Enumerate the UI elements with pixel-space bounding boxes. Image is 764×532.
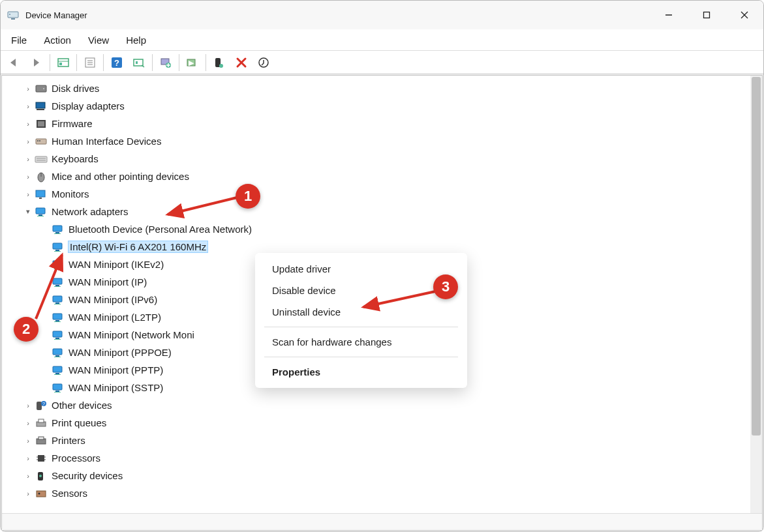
tree-category[interactable]: ▾Network adapters <box>2 203 762 220</box>
vertical-scrollbar[interactable] <box>750 76 762 513</box>
svg-rect-44 <box>53 226 62 231</box>
horizontal-scrollbar[interactable] <box>2 513 762 530</box>
enable-button[interactable] <box>208 53 230 72</box>
device-label: WAN Miniport (Network Moni <box>69 329 194 340</box>
tree-category[interactable]: ›Firmware <box>2 115 762 132</box>
maximize-button[interactable] <box>688 1 726 29</box>
chevron-right-icon[interactable]: › <box>23 120 33 128</box>
minimize-button[interactable] <box>650 1 688 29</box>
chevron-right-icon[interactable]: › <box>23 419 33 427</box>
scroll-thumb[interactable] <box>752 77 761 436</box>
chevron-right-icon[interactable]: › <box>23 402 33 409</box>
svg-point-2 <box>9 14 10 15</box>
tree-category[interactable]: ›Print queues <box>2 414 762 432</box>
svg-rect-73 <box>54 392 61 392</box>
tree-category[interactable]: ›?Other devices <box>2 396 762 414</box>
device-category-icon: ? <box>35 400 48 411</box>
window-controls <box>650 1 763 29</box>
chevron-right-icon[interactable]: › <box>23 173 33 181</box>
forward-button[interactable] <box>25 53 48 72</box>
svg-line-91 <box>36 255 62 319</box>
menu-help[interactable]: Help <box>118 32 154 48</box>
disable-button[interactable] <box>230 53 252 72</box>
tree-category[interactable]: ›Human Interface Devices <box>2 132 762 150</box>
svg-rect-33 <box>39 140 40 141</box>
svg-rect-28 <box>37 109 44 110</box>
chevron-right-icon[interactable]: › <box>23 490 33 497</box>
svg-rect-27 <box>36 102 45 108</box>
category-label: Other devices <box>52 400 112 411</box>
chevron-right-icon[interactable]: › <box>23 472 33 480</box>
tree-device[interactable]: Bluetooth Device (Personal Area Network) <box>2 220 762 238</box>
cm-update-driver[interactable]: Update driver <box>255 258 467 280</box>
svg-rect-34 <box>35 156 47 162</box>
cm-scan-hardware[interactable]: Scan for hardware changes <box>255 331 467 353</box>
device-category-icon <box>35 435 48 447</box>
svg-point-87 <box>39 475 42 477</box>
update-driver-button[interactable] <box>155 53 177 72</box>
show-hide-tree-button[interactable] <box>52 53 74 72</box>
menu-action[interactable]: Action <box>36 32 79 48</box>
chevron-down-icon[interactable]: ▾ <box>23 207 33 216</box>
svg-rect-40 <box>39 198 42 199</box>
tree-category[interactable]: ›Disk drives <box>2 80 762 97</box>
uninstall-button[interactable]: ▶ <box>181 53 204 72</box>
network-adapter-icon <box>52 329 65 341</box>
tree-category[interactable]: ›Monitors <box>2 185 762 203</box>
device-category-icon <box>35 206 48 218</box>
menubar: File Action View Help <box>1 29 763 51</box>
svg-rect-1 <box>11 18 15 20</box>
svg-rect-72 <box>55 391 59 392</box>
chevron-right-icon[interactable]: › <box>23 138 33 145</box>
menu-file[interactable]: File <box>3 32 35 48</box>
svg-rect-25 <box>36 85 46 92</box>
chevron-right-icon[interactable]: › <box>23 102 33 110</box>
svg-rect-66 <box>55 355 59 357</box>
titlebar[interactable]: Device Manager <box>1 1 763 29</box>
annotation-badge-3: 3 <box>433 274 458 299</box>
device-label: WAN Miniport (PPPOE) <box>69 347 172 358</box>
network-adapter-icon <box>52 224 65 235</box>
annotation-badge-1: 1 <box>236 184 260 209</box>
scan-button[interactable] <box>128 53 150 72</box>
category-label: Human Interface Devices <box>52 136 161 147</box>
device-category-icon <box>35 417 48 429</box>
device-category-icon <box>35 470 48 482</box>
properties-button[interactable] <box>79 53 101 72</box>
device-category-icon <box>35 452 48 464</box>
device-category-icon <box>35 83 48 95</box>
help-button[interactable]: ? <box>106 53 128 72</box>
tree-category[interactable]: ›Sensors <box>2 484 762 502</box>
svg-rect-71 <box>53 384 62 390</box>
cm-properties[interactable]: Properties <box>255 361 467 383</box>
chevron-right-icon[interactable]: › <box>23 155 33 163</box>
device-label: Intel(R) Wi-Fi 6 AX201 160MHz <box>69 241 207 252</box>
svg-rect-68 <box>53 366 62 372</box>
back-button[interactable] <box>3 53 25 72</box>
tree-category[interactable]: ›Security devices <box>2 467 762 484</box>
tree-category[interactable]: ›Processors <box>2 449 762 467</box>
category-label: Monitors <box>52 188 89 200</box>
network-adapter-icon <box>52 347 65 359</box>
device-label: WAN Miniport (L2TP) <box>69 312 161 323</box>
tree-category[interactable]: ›Mice and other pointing devices <box>2 168 762 185</box>
close-button[interactable] <box>726 1 763 29</box>
device-category-icon <box>35 153 48 165</box>
devices-button[interactable] <box>252 53 275 72</box>
device-label: WAN Miniport (IPv6) <box>69 294 157 305</box>
tree-category[interactable]: ›Printers <box>2 432 762 449</box>
svg-rect-42 <box>38 214 42 216</box>
menu-view[interactable]: View <box>80 32 117 48</box>
device-category-icon <box>35 171 48 183</box>
chevron-right-icon[interactable]: › <box>23 85 33 93</box>
tree-category[interactable]: ›Keyboards <box>2 150 762 168</box>
svg-text:?: ? <box>42 402 45 406</box>
svg-point-26 <box>43 88 44 89</box>
tree-category[interactable]: ›Display adapters <box>2 97 762 115</box>
chevron-right-icon[interactable]: › <box>23 454 33 462</box>
toolbar: ? ▶ <box>1 51 763 74</box>
svg-rect-65 <box>53 349 62 355</box>
context-menu: Update driver Disable device Uninstall d… <box>255 253 467 388</box>
chevron-right-icon[interactable]: › <box>23 190 33 198</box>
chevron-right-icon[interactable]: › <box>23 437 33 445</box>
